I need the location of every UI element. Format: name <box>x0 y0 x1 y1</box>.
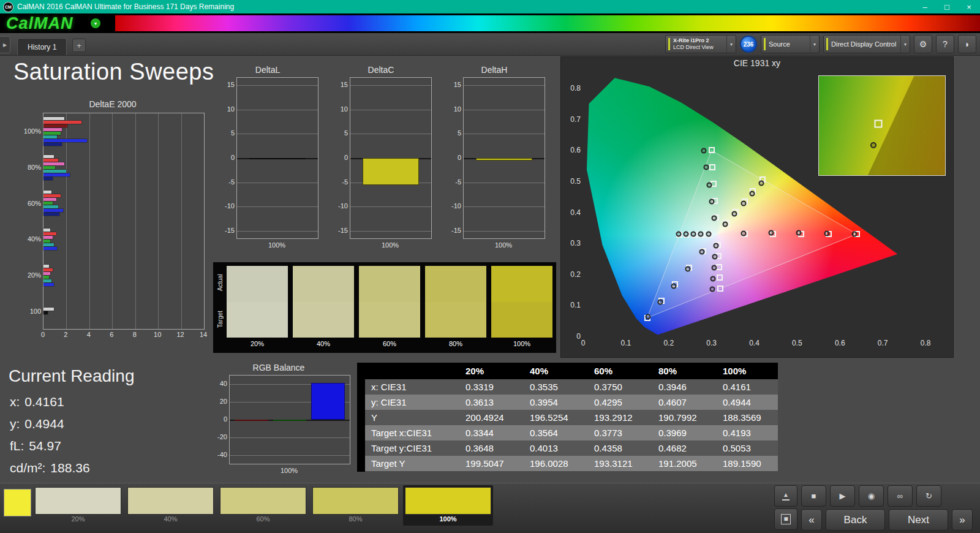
swatch-comparison-strip: Actual Target 20%40%60%80%100% <box>213 262 556 353</box>
table-header-cell: 60% <box>586 366 650 376</box>
cie-ytick: 0.2 <box>570 270 581 279</box>
chart-bar <box>363 158 419 185</box>
maximize-button[interactable]: □ <box>936 0 958 13</box>
deltae-xtick: 8 <box>133 331 137 338</box>
table-cell: 0.4013 <box>521 443 586 453</box>
deltae-bar <box>43 272 50 275</box>
cie-measured-point <box>699 249 705 255</box>
swatch-target-color <box>227 302 288 338</box>
cie-xtick: 0.4 <box>749 339 760 347</box>
deltae-bar <box>43 232 56 235</box>
pattern-swatch-40%[interactable]: 40% <box>126 485 216 526</box>
chart-title: RGB Balance <box>201 363 356 372</box>
pattern-swatch-60%[interactable]: 60% <box>218 485 308 526</box>
half-circle-icon: ◗ <box>965 39 970 49</box>
pattern-swatch-20%[interactable]: 20% <box>33 485 123 526</box>
display-control-dropdown[interactable]: Direct Display Control ▾ <box>823 35 910 53</box>
deltae-bar <box>43 308 54 311</box>
swatch-row <box>227 266 552 338</box>
deltah-plot-area: 151050-5-10-15 <box>463 77 545 239</box>
tab-history-1[interactable]: History 1 <box>17 38 67 55</box>
pattern-swatch-80%[interactable]: 80% <box>311 485 401 526</box>
swatch-label: 80% <box>425 340 486 347</box>
table-cell: 0.4944 <box>714 397 778 407</box>
deltae-bar <box>43 236 53 239</box>
add-tab-button[interactable]: + <box>72 39 86 52</box>
deltae-bar <box>43 155 54 158</box>
deltae-bar <box>43 117 64 120</box>
cie-xtick: 0.6 <box>835 339 845 347</box>
gridline <box>237 85 318 86</box>
deltae-group-label: 80% <box>15 164 41 171</box>
cie-1931-chart: CIE 1931 xy 00.10.20.30.40.50.60.70.8 00… <box>560 56 954 358</box>
pattern-swatch-100%[interactable]: 100% <box>403 485 493 526</box>
ytick-label: 10 <box>215 105 235 113</box>
deltae-x-axis: 02468101214 <box>43 331 203 339</box>
table-row: y: CIE310.36130.39540.42950.46070.4944 <box>365 395 778 410</box>
cie-measured-point <box>758 180 764 186</box>
settings-button[interactable]: ⚙ <box>914 35 932 53</box>
record-button[interactable]: ◉ <box>859 485 884 507</box>
meter-mode: LCD Direct View <box>673 44 714 51</box>
first-page-button[interactable]: « <box>801 509 822 531</box>
next-button[interactable]: Next <box>889 509 948 531</box>
source-dropdown[interactable]: Source ▾ <box>761 35 820 53</box>
pattern-window-controls: ▲ ■ <box>774 485 797 530</box>
deltae-bar <box>43 202 53 205</box>
reading-x-value: 0.4161 <box>24 395 64 409</box>
deltae-bar <box>43 247 57 250</box>
cie-measured-point <box>706 231 711 236</box>
gridline <box>350 85 431 86</box>
pattern-swatch-bar: 20%40%60%80%100% <box>33 485 493 526</box>
table-cell: 196.5254 <box>521 412 586 423</box>
deltae-bar <box>43 139 87 142</box>
stop-icon: ■ <box>812 491 816 501</box>
cie-measured-point <box>741 231 747 236</box>
cie-xtick: 0.1 <box>621 339 631 347</box>
deltae-group-label: 40% <box>15 235 41 243</box>
reading-fl-label: fL: <box>10 439 24 453</box>
chart-bar <box>476 158 532 161</box>
back-button[interactable]: Back <box>826 509 885 531</box>
pattern-window-button[interactable]: ▲ <box>774 485 797 507</box>
stop-button[interactable]: ■ <box>801 485 826 507</box>
deltae-group-label: 100 <box>15 308 41 315</box>
refresh-button[interactable]: ↻ <box>916 485 941 507</box>
cie-ytick: 0.5 <box>570 177 581 186</box>
table-cell: 0.3564 <box>521 428 586 438</box>
gridline <box>350 231 431 232</box>
gridline <box>237 134 318 134</box>
loop-button[interactable]: ∞ <box>888 485 913 507</box>
cie-measured-point <box>657 300 663 305</box>
gear-icon: ⚙ <box>919 39 927 49</box>
deltae-group: 20% <box>43 257 204 293</box>
meter-status-accent <box>668 38 670 50</box>
help-button[interactable]: ? <box>936 35 954 53</box>
ytick-label: -5 <box>215 178 235 186</box>
close-button[interactable]: × <box>958 0 980 13</box>
deltae-xtick: 14 <box>200 331 207 338</box>
play-button[interactable]: ▶ <box>830 485 855 507</box>
deltae-xtick: 10 <box>154 331 161 338</box>
deltae-xtick: 6 <box>110 331 113 338</box>
sidebar-collapse-button[interactable]: ▶ <box>0 36 10 53</box>
table-cell: 0.3946 <box>650 382 714 392</box>
gridline <box>464 231 545 232</box>
ytick-label: 0 <box>215 154 235 161</box>
deltae-bar <box>43 198 56 201</box>
fullscreen-pattern-button[interactable]: ■ <box>774 508 797 530</box>
ytick-label: -10 <box>215 202 235 210</box>
cie-ytick: 0.8 <box>570 84 581 93</box>
rgb-balance-chart: RGB Balance 40200-20-40 100% <box>201 361 356 484</box>
gridline <box>350 134 431 134</box>
table-cell: 196.0028 <box>521 458 586 469</box>
session-options-button[interactable]: ◗ <box>958 35 976 53</box>
deltae-xtick: 0 <box>41 331 45 338</box>
logo-bar: CalMAN ▾ <box>0 13 980 33</box>
last-page-button[interactable]: » <box>952 509 973 531</box>
deltae-group: 60% <box>43 185 204 221</box>
meter-dropdown[interactable]: X-Rite i1Pro 2 LCD Direct View ▾ <box>665 35 736 53</box>
reading-y-value: 0.4944 <box>24 417 64 431</box>
logo-menu-button[interactable]: ▾ <box>91 18 100 28</box>
minimize-button[interactable]: – <box>914 0 936 13</box>
